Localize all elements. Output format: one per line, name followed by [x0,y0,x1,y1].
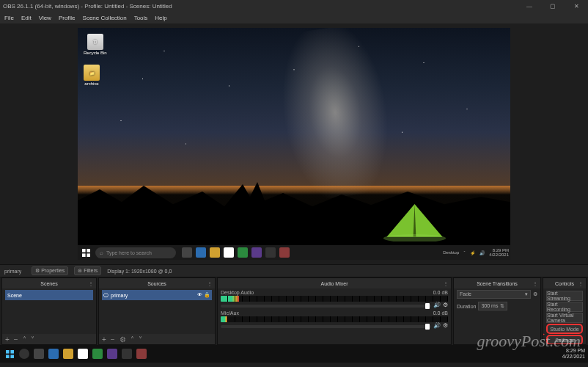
settings-button[interactable]: Settings [546,335,583,344]
menu-view[interactable]: View [39,15,51,21]
scene-up-button[interactable]: ˄ [23,335,26,344]
add-scene-button[interactable]: + [5,335,10,344]
channel-settings-icon[interactable]: ⚙ [443,302,448,308]
chevron-down-icon: ▾ [525,291,528,297]
window-titlebar: OBS 26.1.1 (64-bit, windows) - Profile: … [0,0,588,12]
svg-rect-4 [87,253,90,257]
host-app-icon-1[interactable] [92,349,103,359]
tray-chevron-icon[interactable]: ˄ [463,250,466,255]
duration-label: Duration [457,304,476,309]
source-up-button[interactable]: ˄ [131,335,134,344]
menu-profile[interactable]: Profile [59,15,76,21]
minimize-button[interactable]: — [521,1,538,10]
volume-slider[interactable] [221,325,431,328]
scenes-panel: Scenes⋮ Scene + − ˄ ˅ [1,277,97,345]
host-store-icon[interactable] [78,349,88,359]
filters-button[interactable]: ⊜ Filters [74,266,101,275]
host-edge-icon[interactable] [48,349,59,359]
recycle-bin-label: Recycle Bin [84,51,107,55]
menu-help[interactable]: Help [155,15,166,21]
store-icon[interactable] [224,247,234,258]
svg-rect-7 [6,350,10,354]
taskbar-clock[interactable]: 8:29 PM 4/22/2021 [489,248,509,257]
explorer-icon[interactable] [210,247,220,258]
selected-source-label: primary [4,269,21,274]
host-clock-date: 4/22/2021 [562,354,585,360]
channel-settings-icon[interactable]: ⚙ [443,322,448,329]
wallpaper-milkyway [265,28,405,204]
host-app-icon-3[interactable] [136,349,147,359]
controls-menu-icon[interactable]: ⋮ [578,280,584,287]
start-streaming-button[interactable]: Start Streaming [546,291,583,301]
remove-source-button[interactable]: − [111,335,115,344]
app-icon-2[interactable] [251,247,262,258]
host-clock[interactable]: 8:29 PM 4/22/2021 [562,348,585,359]
source-settings-button[interactable]: ⚙ [120,335,126,344]
host-start-button[interactable] [3,347,16,360]
scene-item[interactable]: Scene [5,290,93,300]
start-recording-button[interactable]: Start Recording [546,302,583,312]
source-visibility-icon[interactable]: 👁 [197,292,202,298]
network-icon[interactable]: ⚡ [470,250,475,255]
volume-slider[interactable] [221,305,431,308]
taskbar-pinned-apps [182,247,290,258]
transitions-menu-icon[interactable]: ⋮ [532,280,538,287]
mute-icon[interactable]: 🔊 [433,302,441,308]
obs-icon[interactable] [265,247,276,258]
channel-db: 0.0 dB [433,310,448,316]
start-virtual-camera-button[interactable]: Start Virtual Camera [546,313,583,323]
source-lock-icon[interactable]: 🔒 [204,292,210,298]
menu-bar: File Edit View Profile Scene Collection … [0,12,588,23]
transition-settings-icon[interactable]: ⚙ [533,291,537,297]
captured-desktop: 🗑 Recycle Bin 📁 archive ⌕ Type here to s… [78,28,510,260]
volume-meter [221,316,448,322]
taskbar-search[interactable]: ⌕ Type here to search [95,247,176,258]
maximize-button[interactable]: ▢ [544,1,562,10]
scene-down-button[interactable]: ˅ [31,335,34,344]
desktop-icon-recycle-bin[interactable]: 🗑 Recycle Bin [84,34,107,55]
scenes-footer: + − ˄ ˅ [2,334,96,344]
desktop-icon-archive[interactable]: 📁 archive [84,65,100,86]
start-button[interactable] [79,246,92,259]
host-search-icon[interactable] [19,349,29,359]
annotation-highlight: Studio Mode Settings [546,324,583,344]
display-capture-icon: 🖵 [103,293,109,298]
source-toolbar: primary ⚙ Properties ⊜ Filters Display 1… [0,264,588,277]
audio-channel-mic: Mic/Aux0.0 dB 🔊 ⚙ [221,310,448,329]
host-app-icon-2[interactable] [107,349,117,359]
display-info: Display 1: 1920x1080 @ 0,0 [107,269,172,274]
properties-button[interactable]: ⚙ Properties [32,266,68,275]
clock-date: 4/22/2021 [489,252,509,257]
scenes-header: Scenes⋮ [2,278,96,288]
menu-tools[interactable]: Tools [134,15,148,21]
host-explorer-icon[interactable] [63,349,73,359]
sources-header: Sources⋮ [99,278,215,288]
svg-rect-1 [82,249,86,252]
host-obs-icon[interactable] [122,349,132,359]
mixer-menu-icon[interactable]: ⋮ [443,280,449,287]
menu-scene-collection[interactable]: Scene Collection [83,15,127,21]
volume-meter [221,296,448,302]
svg-rect-10 [10,355,14,358]
close-button[interactable]: ✕ [567,1,585,10]
spinner-icon: ⇅ [500,303,504,309]
studio-mode-button[interactable]: Studio Mode [546,324,583,334]
add-source-button[interactable]: + [102,335,106,344]
source-item[interactable]: 🖵 primary 👁 🔒 [102,290,212,300]
menu-file[interactable]: File [4,15,14,21]
source-down-button[interactable]: ˅ [139,335,142,344]
edge-icon[interactable] [196,247,206,258]
search-placeholder: Type here to search [106,250,152,255]
volume-icon[interactable]: 🔊 [479,250,485,255]
scenes-menu-icon[interactable]: ⋮ [88,280,94,287]
duration-input[interactable]: 300 ms⇅ [478,302,507,310]
taskview-icon[interactable] [182,247,192,258]
remove-scene-button[interactable]: − [14,335,18,344]
mute-icon[interactable]: 🔊 [433,322,441,329]
sources-menu-icon[interactable]: ⋮ [207,280,213,287]
transition-select[interactable]: Fade▾ [457,290,531,299]
app-icon-1[interactable] [238,247,248,258]
menu-edit[interactable]: Edit [21,15,32,21]
app-icon-3[interactable] [279,247,290,258]
host-taskview-icon[interactable] [34,349,44,359]
